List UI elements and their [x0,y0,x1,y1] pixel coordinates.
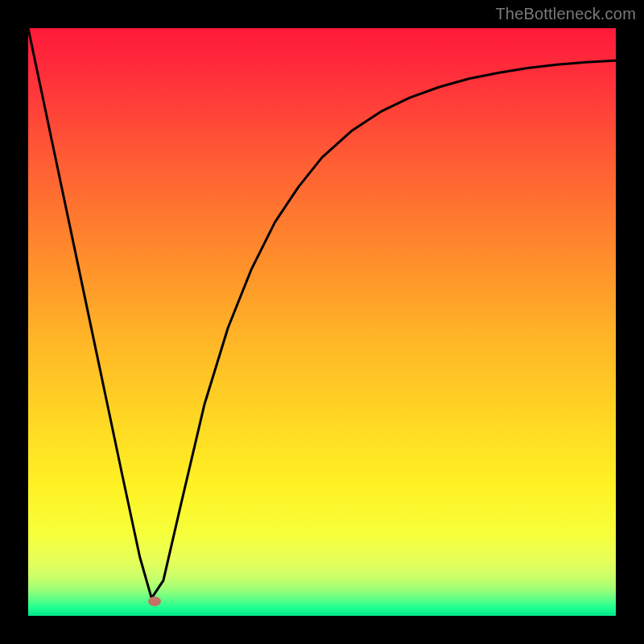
svg-rect-0 [28,28,616,616]
chart-marker-dot [148,597,161,606]
watermark-text: TheBottleneck.com [495,5,636,23]
plot-area [28,28,616,616]
chart-frame: TheBottleneck.com [0,0,644,644]
background-gradient [28,28,616,616]
